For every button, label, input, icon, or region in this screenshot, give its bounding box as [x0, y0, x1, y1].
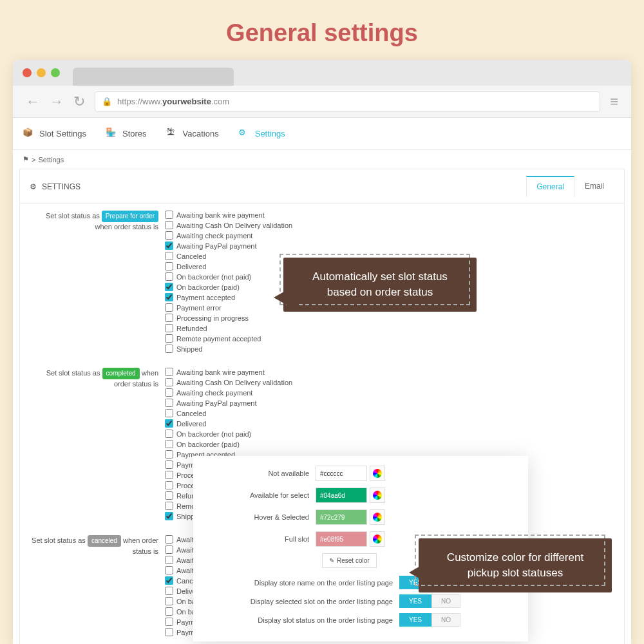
check-row: Awaiting bank wire payment: [165, 368, 614, 376]
browser-tabbar: [13, 60, 631, 86]
toggle[interactable]: YESNO: [399, 613, 460, 627]
check-row: On backorder (not paid): [165, 430, 614, 438]
status-checkbox[interactable]: [165, 252, 173, 260]
status-checkbox[interactable]: [165, 535, 173, 544]
status-checkbox[interactable]: [165, 388, 173, 397]
status-checkbox[interactable]: [165, 419, 173, 428]
status-checkbox[interactable]: [165, 211, 173, 219]
status-checkbox[interactable]: [165, 242, 173, 250]
color-swatch[interactable]: #04aa6d: [316, 488, 367, 503]
checkbox-label: On backorder (paid): [176, 440, 240, 448]
status-checkbox[interactable]: [165, 628, 173, 636]
status-checkbox[interactable]: [165, 566, 173, 574]
status-checkbox[interactable]: [165, 430, 173, 438]
palette-icon: [373, 491, 382, 500]
nav-item-stores[interactable]: 🏪Stores: [106, 128, 147, 140]
status-checkbox[interactable]: [165, 502, 173, 510]
url-host: yourwebsite: [162, 97, 211, 106]
forward-icon[interactable]: →: [50, 93, 64, 110]
url-input[interactable]: 🔒 https://www.yourwebsite.com: [95, 91, 600, 112]
toggle-no[interactable]: NO: [431, 594, 460, 608]
status-checkbox[interactable]: [165, 440, 173, 448]
status-checkbox[interactable]: [165, 399, 173, 407]
status-checkbox[interactable]: [165, 556, 173, 564]
checkbox-label: Awaiting bank wire payment: [176, 211, 265, 219]
toggle[interactable]: YESNO: [399, 594, 460, 608]
nav-label: Vacations: [183, 129, 219, 138]
color-swatch[interactable]: #72c279: [316, 509, 367, 525]
checkbox-label: Canceled: [176, 252, 206, 260]
status-checkbox[interactable]: [165, 576, 173, 585]
color-label: Full slot: [206, 535, 316, 543]
status-checkbox[interactable]: [165, 221, 173, 229]
home-icon[interactable]: ⚑: [23, 155, 29, 164]
color-swatch[interactable]: #e08f95: [316, 531, 367, 547]
nav-icon: 📦: [23, 128, 35, 140]
checkbox-label: Delivered: [176, 420, 206, 428]
reload-icon[interactable]: ↻: [73, 93, 85, 110]
callout-auto-status: Automatically set slot status based on o…: [283, 258, 477, 312]
nav-item-vacations[interactable]: 🏝Vacations: [166, 128, 219, 140]
status-checkbox[interactable]: [165, 368, 173, 376]
reset-label: Reset color: [337, 557, 370, 564]
close-dot[interactable]: [23, 68, 32, 77]
status-checkbox[interactable]: [165, 262, 173, 270]
status-checkbox[interactable]: [165, 324, 173, 332]
toggle-no[interactable]: NO: [431, 613, 460, 627]
color-picker-button[interactable]: [370, 509, 385, 525]
checkbox-label: On backorder (not paid): [176, 273, 251, 281]
status-checkbox[interactable]: [165, 481, 173, 489]
checkbox-label: Awaiting Cash On Delivery validation: [176, 222, 292, 229]
status-checkbox[interactable]: [165, 545, 173, 554]
breadcrumb-text: Settings: [38, 156, 64, 164]
checkbox-label: Shipped: [176, 345, 202, 353]
panel-heading: ⚙ SETTINGS GeneralEmail: [20, 169, 624, 204]
status-checkbox[interactable]: [165, 512, 173, 520]
toggle-yes[interactable]: YES: [399, 613, 431, 627]
status-checkbox[interactable]: [165, 450, 173, 459]
status-checkbox[interactable]: [165, 231, 173, 240]
app-nav: 📦Slot Settings🏪Stores🏝Vacations⚙Settings: [13, 118, 631, 150]
status-checkbox[interactable]: [165, 618, 173, 626]
status-checkbox[interactable]: [165, 607, 173, 616]
maximize-dot[interactable]: [51, 68, 60, 77]
status-checkbox[interactable]: [165, 409, 173, 417]
check-row: Awaiting check payment: [165, 231, 614, 240]
nav-label: Slot Settings: [39, 129, 86, 138]
reset-color-button[interactable]: ✎ Reset color: [322, 553, 377, 568]
status-checkbox[interactable]: [165, 471, 173, 479]
status-checkbox[interactable]: [165, 314, 173, 322]
toggle-label: Display store name on the order listing …: [206, 579, 399, 587]
nav-icon: 🏝: [166, 128, 179, 140]
color-picker-button[interactable]: [370, 466, 385, 481]
status-checkbox[interactable]: [165, 378, 173, 386]
toggle-yes[interactable]: YES: [399, 594, 431, 608]
status-checkbox[interactable]: [165, 293, 173, 301]
back-icon[interactable]: ←: [26, 93, 40, 110]
panel-title: SETTINGS: [42, 182, 80, 191]
check-row: Awaiting bank wire payment: [165, 211, 614, 219]
color-picker-button[interactable]: [370, 531, 385, 547]
menu-icon[interactable]: ≡: [610, 93, 618, 110]
tab-general[interactable]: General: [526, 176, 574, 197]
status-checkbox[interactable]: [165, 283, 173, 291]
color-picker-button[interactable]: [370, 488, 385, 503]
tab-email[interactable]: Email: [574, 176, 614, 197]
checkbox-label: Canceled: [176, 410, 206, 417]
status-checkbox[interactable]: [165, 587, 173, 595]
status-checkbox[interactable]: [165, 334, 173, 343]
nav-item-slot-settings[interactable]: 📦Slot Settings: [23, 128, 86, 140]
check-row: Awaiting Cash On Delivery validation: [165, 378, 614, 386]
color-swatch[interactable]: #cccccc: [316, 466, 367, 481]
status-checkbox[interactable]: [165, 491, 173, 500]
browser-tab[interactable]: [73, 68, 156, 86]
status-checkbox[interactable]: [165, 303, 173, 312]
status-checkbox[interactable]: [165, 345, 173, 353]
browser-tab[interactable]: [150, 68, 234, 86]
status-checkbox[interactable]: [165, 460, 173, 469]
minimize-dot[interactable]: [37, 68, 46, 77]
status-checkbox[interactable]: [165, 272, 173, 281]
nav-item-settings[interactable]: ⚙Settings: [238, 128, 285, 140]
check-row: Delivered: [165, 419, 614, 428]
status-checkbox[interactable]: [165, 597, 173, 605]
